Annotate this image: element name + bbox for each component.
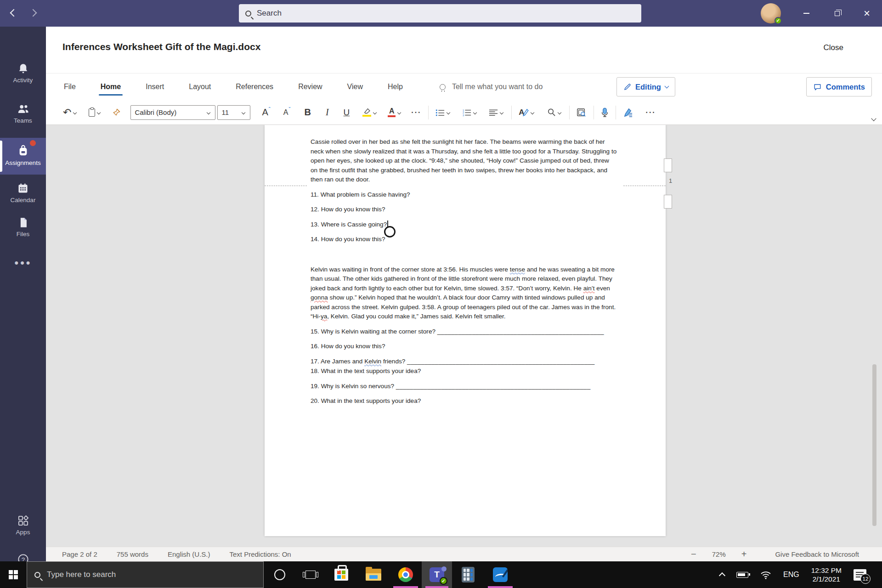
question-line[interactable]: 18. What in the text supports your idea? (311, 367, 617, 376)
close-window-button[interactable]: × (856, 0, 877, 27)
more-toolbar-options-button[interactable]: ··· (644, 107, 658, 119)
alignment-button[interactable] (486, 107, 507, 119)
bullet-list-button[interactable] (433, 107, 453, 119)
page-break-dashes-left (265, 186, 307, 186)
document-text[interactable]: Cassie rolled over in her bed as she fel… (311, 125, 617, 406)
font-name-combobox[interactable]: Calibri (Body) (130, 105, 215, 120)
editor-button[interactable] (621, 106, 635, 119)
collapse-ribbon-icon[interactable] (871, 116, 876, 121)
more-font-options-button[interactable]: ··· (409, 107, 424, 119)
comments-button[interactable]: Comments (806, 77, 872, 96)
sidebar-item-activity[interactable]: Activity (0, 62, 46, 84)
font-color-icon: A (388, 107, 396, 117)
tab-references[interactable]: References (235, 80, 274, 94)
italic-button[interactable]: I (323, 105, 331, 119)
font-color-button[interactable]: A (385, 106, 404, 119)
forward-icon[interactable] (29, 9, 37, 17)
text-run: even (595, 285, 610, 292)
paste-button[interactable] (86, 107, 104, 119)
microsoft-store-button[interactable] (325, 561, 357, 588)
language-button[interactable]: ENG (783, 571, 799, 579)
clipboard-icon (89, 108, 95, 117)
format-painter-button[interactable] (109, 106, 123, 119)
file-explorer-button[interactable] (357, 561, 390, 588)
feedback-link[interactable]: Give Feedback to Microsoft (775, 550, 859, 558)
text-highlight-button[interactable] (360, 106, 380, 119)
close-document-button[interactable]: Close (817, 40, 850, 55)
vertical-scrollbar[interactable] (872, 364, 876, 526)
paragraph[interactable]: Cassie rolled over in her bed as she fel… (311, 137, 617, 185)
cortana-button[interactable] (264, 561, 296, 588)
calculator-button[interactable] (452, 561, 484, 588)
comment-marker[interactable] (664, 195, 672, 209)
sidebar-more-button[interactable]: ●●● (0, 259, 46, 267)
teams-button[interactable]: T✓ (422, 561, 452, 588)
sidebar-item-teams[interactable]: Teams (0, 103, 46, 124)
find-button[interactable] (545, 106, 565, 119)
zoom-in-button[interactable]: + (741, 549, 747, 560)
sidebar-item-files[interactable]: Files (0, 216, 46, 237)
question-line[interactable]: 14. How do you know this? (311, 235, 617, 244)
question-line[interactable]: 16. How do you know this? (311, 342, 617, 351)
whiteboard-button[interactable] (484, 561, 516, 588)
word-count[interactable]: 755 words (117, 550, 148, 558)
tab-file[interactable]: File (63, 80, 77, 94)
backpack-icon (0, 144, 46, 158)
document-canvas[interactable]: Cassie rolled over in her bed as she fel… (46, 125, 882, 547)
back-icon[interactable] (10, 9, 18, 17)
editing-mode-dropdown[interactable]: Editing (616, 77, 675, 96)
question-line[interactable]: 13. Where is Cassie going? (311, 220, 617, 230)
folder-icon (366, 569, 381, 581)
undo-button[interactable]: ↶ (61, 105, 80, 120)
restore-button[interactable] (826, 0, 848, 27)
question-line[interactable]: 11. What problem is Cassie having? (311, 190, 617, 200)
taskbar-search-input[interactable]: Type here to search (27, 561, 264, 588)
sidebar-item-assignments[interactable]: Assignments (0, 138, 46, 175)
question-line[interactable]: 15. Why is Kelvin waiting at the corner … (311, 327, 617, 337)
minimize-button[interactable] (796, 0, 817, 27)
apps-icon (17, 514, 29, 527)
tab-review[interactable]: Review (297, 80, 323, 94)
page-count[interactable]: Page 2 of 2 (62, 550, 97, 558)
language-status[interactable]: English (U.S.) (168, 550, 210, 558)
search-input[interactable]: Search (239, 4, 641, 23)
question-line[interactable]: 12. How do you know this? (311, 205, 617, 215)
bold-button[interactable]: B (302, 105, 313, 119)
numbered-list-button[interactable]: 1 2 3 (460, 107, 480, 119)
comment-marker[interactable] (664, 158, 672, 172)
clock[interactable]: 12:32 PM 2/1/2021 (811, 566, 842, 583)
question-line[interactable]: 19. Why is Kelvin so nervous? __________… (311, 382, 617, 391)
tray-expand-button[interactable] (720, 571, 724, 578)
underline-button[interactable]: U (341, 106, 352, 119)
immersive-reader-button[interactable] (574, 106, 589, 119)
avatar[interactable]: ✓ (761, 3, 781, 23)
tab-view[interactable]: View (346, 80, 364, 94)
question-line[interactable]: 20. What in the text supports your idea? (311, 396, 617, 406)
tab-home[interactable]: Home (100, 80, 122, 94)
font-size-combobox[interactable]: 11 (217, 105, 250, 120)
shrink-font-button[interactable]: Aˇ (281, 107, 293, 119)
notifications-button[interactable]: 12 (854, 569, 866, 581)
tell-me-button[interactable]: Tell me what you want to do (440, 83, 543, 91)
paragraph[interactable]: Kelvin was waiting in front of the corne… (311, 265, 617, 322)
sidebar-item-calendar[interactable]: Calendar (0, 182, 46, 204)
battery-button[interactable] (736, 572, 748, 578)
task-view-button[interactable] (296, 561, 325, 588)
text-predictions-status[interactable]: Text Predictions: On (229, 550, 291, 558)
chrome-button[interactable] (390, 561, 422, 588)
zoom-level[interactable]: 72% (712, 550, 726, 558)
dictate-button[interactable] (599, 106, 611, 119)
start-button[interactable] (0, 561, 27, 588)
zoom-out-button[interactable]: − (691, 549, 696, 560)
tab-help[interactable]: Help (387, 80, 404, 94)
styles-button[interactable]: A (516, 106, 537, 119)
tab-layout[interactable]: Layout (188, 80, 212, 94)
grow-font-button[interactable]: Aˆ (260, 105, 272, 119)
sidebar-item-apps[interactable]: Apps (0, 514, 46, 536)
running-indicator (393, 586, 418, 588)
network-button[interactable] (760, 571, 771, 579)
text-run: 19. Why is Kelvin so nervous? __________… (311, 383, 590, 390)
question-line[interactable]: 17. Are James and Kelvin friends? ______… (311, 357, 617, 367)
tab-insert[interactable]: Insert (145, 80, 165, 94)
document-page[interactable]: Cassie rolled over in her bed as she fel… (265, 125, 666, 536)
